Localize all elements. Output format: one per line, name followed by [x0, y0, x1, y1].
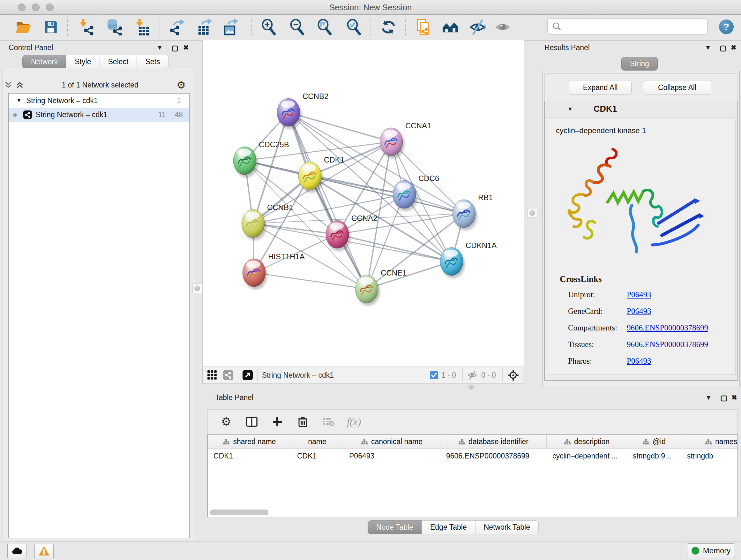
column-label: namespace: [715, 437, 738, 446]
gene-description: cyclin–dependent kinase 1: [556, 126, 646, 135]
new-network-from-selection-button[interactable]: [414, 18, 432, 37]
tab-sets[interactable]: Sets: [137, 55, 169, 69]
expand-all-button[interactable]: Expand All: [569, 80, 631, 95]
tab-node-table[interactable]: Node Table: [367, 520, 422, 534]
control-panel-menu-icon[interactable]: ▼: [156, 44, 163, 51]
column-header-databaseidentifier[interactable]: database identifier: [441, 435, 547, 449]
right-splitter-handle[interactable]: [528, 208, 537, 218]
help-button[interactable]: ?: [719, 19, 734, 34]
import-table-from-file-button[interactable]: [132, 18, 151, 37]
collection-expander-icon[interactable]: ▼: [16, 98, 22, 104]
network-edge[interactable]: [337, 234, 452, 261]
crosslink-link[interactable]: 9606.ENSP00000378699: [627, 340, 708, 349]
network-row-selected[interactable]: ● String Network – cdk1 11 48: [9, 108, 189, 122]
network-edge[interactable]: [288, 112, 367, 289]
open-session-button[interactable]: [14, 18, 32, 37]
network-node-HIST1H1A[interactable]: [243, 259, 267, 290]
network-canvas[interactable]: CCNB2CCNA1CDC25BCDK1CDC6RB1CCNB1CCNA2CDK…: [202, 40, 524, 367]
search-input[interactable]: [564, 20, 707, 33]
collapse-all-button[interactable]: Collapse All: [643, 80, 711, 95]
network-node-CDKN1A[interactable]: [440, 247, 465, 278]
network-node-CCNA2[interactable]: [326, 220, 351, 251]
table-settings-gear-icon[interactable]: ⚙: [219, 415, 233, 428]
crosslink-label: Tissues:: [547, 340, 627, 349]
zoom-out-button[interactable]: [288, 18, 307, 37]
open-in-new-window-icon[interactable]: [243, 370, 253, 380]
expand-all-icon[interactable]: [16, 81, 23, 88]
float-panel-icon[interactable]: [172, 45, 178, 52]
close-panel-icon[interactable]: ✖: [183, 44, 189, 51]
column-header-description[interactable]: description: [547, 435, 627, 449]
table-row[interactable]: CDK1CDK1P064939606.ENSP00000378699cyclin…: [208, 449, 738, 463]
tab-style[interactable]: Style: [66, 55, 99, 69]
birdseye-crosshair-icon[interactable]: [507, 369, 519, 381]
network-node-CCNB2[interactable]: [277, 98, 302, 129]
gene-section-header[interactable]: ▼ CDK1: [545, 102, 737, 118]
zoom-in-button[interactable]: [259, 18, 278, 37]
left-splitter-handle[interactable]: [192, 284, 202, 293]
column-label: name: [308, 437, 327, 446]
crosslink-link[interactable]: 9606.ENSP00000378699: [627, 323, 708, 332]
export-table-button[interactable]: [195, 18, 213, 37]
network-node-CDC25B[interactable]: [233, 146, 258, 178]
import-network-from-database-button[interactable]: [105, 18, 124, 37]
float-panel-icon[interactable]: [720, 45, 726, 52]
network-node-CCNE1[interactable]: [355, 275, 380, 306]
show-columns-icon[interactable]: [245, 417, 259, 427]
network-edge-count: 48: [175, 111, 183, 119]
crosslink-link[interactable]: P06493: [627, 307, 651, 316]
network-view-share-icon[interactable]: [223, 370, 233, 380]
column-header-id[interactable]: @id: [627, 435, 681, 449]
network-node-RB1[interactable]: [453, 199, 477, 231]
export-image-button[interactable]: [221, 18, 240, 37]
close-panel-icon[interactable]: ✖: [731, 44, 737, 51]
column-header-namespace[interactable]: namespace: [681, 435, 738, 449]
delete-table-icon[interactable]: [321, 417, 335, 427]
network-options-gear-icon[interactable]: ⚙: [177, 79, 186, 91]
crosslink-link[interactable]: P06493: [627, 290, 651, 299]
import-network-from-file-button[interactable]: [77, 18, 96, 37]
show-all-button[interactable]: [493, 18, 512, 37]
network-graph[interactable]: CCNB2CCNA1CDC25BCDK1CDC6RB1CCNB1CCNA2CDK…: [203, 40, 524, 367]
string-query-button[interactable]: [441, 18, 460, 37]
table-panel-menu-icon[interactable]: ▼: [705, 394, 712, 401]
cloud-button[interactable]: [7, 544, 26, 558]
network-label: String Network – cdk1: [36, 111, 158, 119]
save-session-button[interactable]: [42, 18, 60, 37]
search-field[interactable]: [547, 18, 708, 35]
hidden-eye-icon[interactable]: [467, 371, 478, 380]
network-collection-row[interactable]: ▼ String Network – cdk1 1: [9, 94, 189, 108]
network-edge[interactable]: [367, 261, 452, 289]
float-panel-icon[interactable]: [721, 395, 727, 401]
warning-button[interactable]: [35, 544, 54, 558]
selected-checkbox-icon[interactable]: [430, 371, 438, 379]
tab-network-table[interactable]: Network Table: [475, 520, 539, 534]
tab-string[interactable]: String: [621, 57, 658, 71]
collapse-all-icon[interactable]: [4, 81, 12, 88]
refresh-view-button[interactable]: [379, 18, 398, 37]
tab-edge-table[interactable]: Edge Table: [421, 520, 475, 534]
close-panel-icon[interactable]: ✖: [731, 394, 737, 401]
zoom-selected-button[interactable]: [345, 18, 363, 37]
create-column-icon[interactable]: [270, 417, 284, 427]
gene-expander-icon[interactable]: ▼: [567, 106, 573, 112]
column-header-sharedname[interactable]: shared name: [208, 435, 291, 449]
horizontal-scrollbar-thumb[interactable]: [210, 509, 268, 515]
delete-column-trash-icon[interactable]: [296, 416, 310, 427]
function-builder-icon[interactable]: f(x): [347, 416, 361, 428]
table-cell: CDK1: [291, 452, 343, 460]
crosslink-link[interactable]: P06493: [627, 357, 651, 366]
memory-button[interactable]: Memory: [687, 543, 735, 558]
application-window: Session: New Session: [0, 0, 741, 560]
results-panel-menu-icon[interactable]: ▼: [704, 44, 711, 51]
network-edge[interactable]: [288, 112, 464, 213]
tab-network[interactable]: Network: [22, 55, 66, 69]
export-network-button[interactable]: [167, 18, 186, 37]
tab-select[interactable]: Select: [99, 55, 137, 69]
zoom-fit-content-button[interactable]: [315, 18, 334, 37]
network-edge[interactable]: [254, 273, 367, 289]
column-header-name[interactable]: name: [291, 435, 343, 449]
hide-selected-button[interactable]: [469, 18, 487, 37]
column-header-canonicalname[interactable]: canonical name: [343, 435, 441, 449]
grid-view-icon[interactable]: [207, 370, 217, 380]
